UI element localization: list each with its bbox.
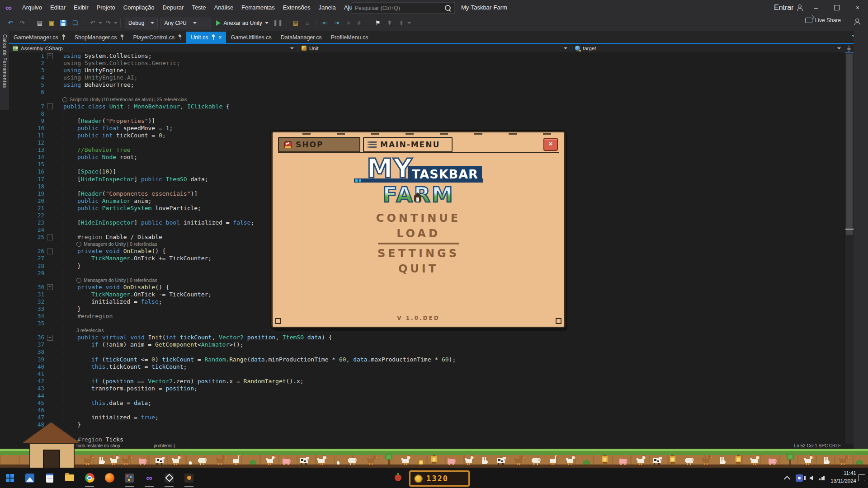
farm-sprite-bunny[interactable] <box>97 454 108 465</box>
farm-sprite-hen_w[interactable] <box>566 454 577 465</box>
taskbar-clock[interactable]: 11:41 13/11/2024 <box>830 469 856 484</box>
hidden-icons-chevron-icon[interactable] <box>784 475 790 482</box>
farm-sprite-hen_w[interactable] <box>266 454 277 465</box>
debug-configuration-dropdown[interactable]: Debug <box>125 18 158 28</box>
taskbar-aseprite-icon[interactable] <box>119 468 139 488</box>
farm-sprite-hen_w[interactable] <box>465 454 476 465</box>
menu-janela[interactable]: Janela <box>315 0 340 15</box>
navigate-forward-icon[interactable]: ↷ <box>17 18 27 28</box>
navigate-back-icon[interactable]: ↶ <box>5 18 15 28</box>
farm-sprite-bunny[interactable] <box>480 454 491 465</box>
menu-projeto[interactable]: Projeto <box>93 0 119 15</box>
farm-house[interactable] <box>25 422 77 468</box>
package-icon[interactable]: ▤ <box>291 18 301 28</box>
new-file-icon[interactable]: ▤ <box>35 18 45 28</box>
menu-teste[interactable]: Teste <box>188 0 210 15</box>
farm-sprite-cow[interactable] <box>155 454 166 465</box>
scrollbar-thumb[interactable] <box>846 54 853 235</box>
undo-icon[interactable]: ↶ <box>88 18 98 28</box>
farm-sprite-goose[interactable] <box>549 454 560 465</box>
menu-exibir[interactable]: Exibir <box>70 0 93 15</box>
fold-marker[interactable]: − <box>47 235 53 240</box>
menu-arquivo[interactable]: Arquivo <box>18 0 46 15</box>
type-dropdown[interactable]: Unit <box>298 44 571 52</box>
farm-sprite-hen_w[interactable] <box>172 454 183 465</box>
fold-marker[interactable]: − <box>47 335 53 341</box>
taskbar-chrome-icon[interactable] <box>80 468 99 488</box>
coin-counter-widget[interactable]: 1320 <box>409 470 470 487</box>
search-input[interactable]: Pesquisar (Ctrl+Q) <box>352 2 455 14</box>
taskbar-photos-icon[interactable] <box>20 468 40 488</box>
game-menu-quit[interactable]: QUIT <box>273 263 564 275</box>
farm-sprite-hen_b[interactable] <box>367 454 378 465</box>
comment-icon[interactable]: ≡ <box>344 18 354 28</box>
tab-gameutilities-cs[interactable]: GameUtilities.cs <box>226 32 276 43</box>
farm-sprite-hen_w[interactable] <box>804 454 815 465</box>
network-icon[interactable] <box>819 476 825 480</box>
bookmark-next-icon[interactable]: ⇟ <box>396 18 406 28</box>
fold-marker[interactable]: − <box>47 249 53 254</box>
attach-to-unity-button[interactable]: Anexar ao Unity <box>212 18 272 28</box>
farm-sprite-cow[interactable] <box>652 454 663 465</box>
uncomment-icon[interactable]: ≢ <box>355 18 365 28</box>
save-icon[interactable] <box>58 18 68 28</box>
farm-sprite-bunny[interactable] <box>822 454 833 465</box>
farm-sprite-hen_w[interactable] <box>750 454 761 465</box>
farm-sprite-hen_b[interactable] <box>839 454 850 465</box>
pin-icon[interactable] <box>120 35 124 40</box>
farm-sprite-sheep[interactable] <box>198 454 209 465</box>
live-share-button[interactable]: Live Share <box>805 17 841 23</box>
farm-sprite-sheep[interactable] <box>685 454 696 465</box>
farm-sprite-hen_w[interactable] <box>637 454 647 465</box>
farm-sprite-cow[interactable] <box>299 454 310 465</box>
taskbar-start-icon[interactable] <box>0 468 20 488</box>
pin-icon[interactable] <box>211 35 215 40</box>
save-all-icon[interactable]: ❏ <box>70 18 80 28</box>
tab-unit-cs[interactable]: Unit.cs× <box>186 32 226 43</box>
project-dropdown[interactable]: C# Assembly-CSharp <box>9 44 298 52</box>
farm-sprite-sheep[interactable] <box>348 454 359 465</box>
farm-sprite-sheep[interactable] <box>532 454 542 465</box>
farm-sprite-pig[interactable] <box>282 454 292 465</box>
farm-sprite-hen_b[interactable] <box>702 454 713 465</box>
taskbar-visual-studio-icon[interactable]: ∞ <box>139 468 159 488</box>
menu-depurar[interactable]: Depurar <box>158 0 188 15</box>
minimize-button[interactable]: – <box>806 0 826 15</box>
indent-decrease-icon[interactable]: ⇤ <box>320 18 330 28</box>
indent-increase-icon[interactable]: ⇥ <box>332 18 342 28</box>
farm-sprite-bunny[interactable] <box>718 454 729 465</box>
taskbar-unity-icon[interactable] <box>159 468 179 488</box>
tab-shopmanager-cs[interactable]: ShopManager.cs <box>70 32 129 43</box>
pin-icon[interactable] <box>61 35 66 40</box>
main-menu-tab[interactable]: MAIN-MENU <box>363 137 453 152</box>
farm-sprite-hen_w[interactable] <box>317 454 328 465</box>
menu-compilação[interactable]: Compilação <box>119 0 159 15</box>
farm-sprite-hen_w[interactable] <box>401 454 412 465</box>
farm-sprite-hen_b[interactable] <box>84 454 94 465</box>
farm-sprite-hen_b[interactable] <box>122 454 133 465</box>
farm-sprite-pig[interactable] <box>138 454 149 465</box>
feedback-icon[interactable] <box>854 18 860 26</box>
farm-sprite-pig[interactable] <box>768 454 778 465</box>
game-menu-load[interactable]: LOAD <box>273 227 564 240</box>
restore-button[interactable] <box>826 0 847 15</box>
codelens-info[interactable]: 3 referências <box>9 327 844 334</box>
fold-marker[interactable]: − <box>47 103 53 109</box>
toolbox-vertical-tab[interactable]: Caixa de Ferramentas <box>0 31 9 110</box>
bookmark-prev-icon[interactable]: ⇞ <box>385 18 395 28</box>
farm-sprite-cow[interactable] <box>496 454 507 465</box>
fold-marker[interactable]: − <box>47 284 53 290</box>
game-menu-continue[interactable]: CONTINUE <box>273 212 564 225</box>
pin-icon[interactable] <box>178 35 182 40</box>
teams-icon[interactable] <box>796 474 803 482</box>
platform-dropdown[interactable]: Any CPU <box>160 18 211 28</box>
farm-sprite-pig[interactable] <box>618 454 629 465</box>
shop-tab[interactable]: SHOP <box>278 137 360 152</box>
taskbar-app-orange-icon[interactable] <box>179 468 199 488</box>
farm-sprite-hen_w[interactable] <box>110 454 121 465</box>
menu-extensões[interactable]: Extensões <box>279 0 315 15</box>
farm-sprite-pig[interactable] <box>447 454 458 465</box>
sign-in-button[interactable]: Entrar <box>774 0 802 15</box>
farm-sprite-hen_b[interactable] <box>514 454 525 465</box>
split-editor-icon[interactable]: ╪ <box>844 44 854 52</box>
